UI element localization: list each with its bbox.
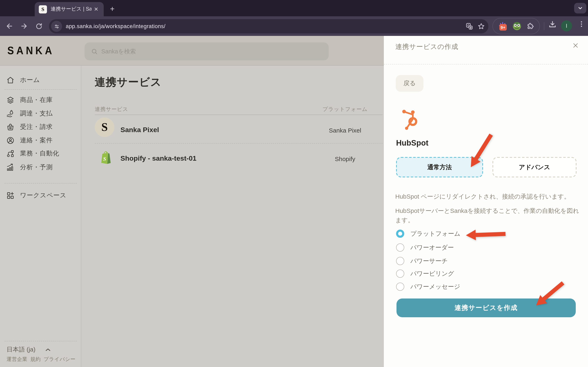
reload-icon[interactable]: [33, 20, 45, 32]
screen: S 連携サービス | Sanka ✕ + app.sanka.io/ja/wor…: [0, 0, 588, 367]
tab-advanced[interactable]: アドバンス: [493, 157, 577, 177]
tab-title: 連携サービス | Sanka: [51, 6, 91, 13]
browser-tab[interactable]: S 連携サービス | Sanka ✕: [35, 2, 104, 16]
browser-tab-strip: S 連携サービス | Sanka ✕ +: [0, 0, 588, 16]
sidebar-item-workflows[interactable]: 業務・自動化: [0, 147, 81, 160]
extensions-pill: 9+: [493, 18, 540, 34]
legal-link-privacy[interactable]: プライバシー: [44, 356, 76, 363]
table-row-service-name[interactable]: Shopify - sanka-test-01: [121, 155, 196, 163]
extensions-puzzle-icon[interactable]: [527, 22, 534, 30]
back-button[interactable]: 戻る: [396, 75, 424, 92]
radio-option-platform[interactable]: プラットフォーム: [396, 227, 460, 240]
browser-toolbar: app.sanka.io/ja/workspace/integrations/ …: [0, 16, 588, 36]
radio-option-power-message[interactable]: パワーメッセージ: [396, 280, 460, 293]
tab-favicon: S: [39, 5, 47, 13]
workflow-icon: [6, 149, 15, 158]
column-header-service: 連携サービス: [95, 106, 128, 113]
sidebar-divider: [4, 183, 77, 184]
sidebar-footer-divider: [4, 341, 77, 341]
sidebar-item-procurement[interactable]: 調達・支払: [0, 107, 81, 120]
radio-icon[interactable]: [396, 257, 404, 265]
toolbar-divider: [544, 22, 544, 30]
chevron-up-icon: [44, 346, 52, 353]
frog-extension-icon[interactable]: [512, 22, 521, 31]
forward-icon[interactable]: [18, 20, 30, 32]
back-icon[interactable]: [3, 20, 16, 32]
main-content: 連携サービス 連携サービス プラットフォーム S Sanka Pixel San…: [81, 66, 384, 367]
tab-close-icon[interactable]: ✕: [94, 6, 98, 12]
sidebar-item-workspace[interactable]: ワークスペース: [0, 189, 81, 202]
svg-text:S: S: [103, 156, 106, 162]
radio-option-power-search[interactable]: パワーサーチ: [396, 254, 448, 267]
hand-coin-icon: [6, 109, 15, 118]
legal-link-terms[interactable]: 規約: [30, 356, 41, 363]
hubspot-logo: [401, 109, 421, 131]
search-input[interactable]: Sankaを検索: [85, 42, 329, 60]
sidebar-item-analytics[interactable]: 分析・予測: [0, 160, 81, 174]
sidebar-item-orders[interactable]: 受注・請求: [0, 120, 81, 133]
extension-badge-icon[interactable]: 9+: [498, 22, 507, 31]
url-bar[interactable]: app.sanka.io/ja/workspace/integrations/ …: [49, 19, 488, 33]
radio-option-power-order[interactable]: パワーオーダー: [396, 241, 454, 254]
chart-icon: [6, 163, 15, 171]
new-tab-button[interactable]: +: [107, 4, 118, 14]
annotation-arrow-platform-radio: [466, 228, 506, 242]
downloads-icon[interactable]: [548, 20, 557, 29]
layers-icon: [6, 96, 15, 104]
tab-search-chevron-icon[interactable]: [574, 3, 586, 13]
page-title: 連携サービス: [95, 75, 162, 89]
home-icon: [6, 76, 15, 84]
integration-name: HubSpot: [396, 139, 428, 148]
panel-header-divider: [384, 64, 588, 64]
language-selector[interactable]: 日本語 (ja): [7, 346, 76, 354]
translate-icon[interactable]: G: [466, 22, 473, 30]
legal-link-company[interactable]: 運営企業: [7, 356, 27, 363]
table-row-divider: [95, 143, 383, 143]
table-header-divider: [95, 115, 383, 115]
site-info-icon[interactable]: [51, 21, 62, 32]
radio-selected-icon[interactable]: [396, 230, 404, 238]
radio-icon[interactable]: [396, 243, 404, 252]
browser-menu-icon[interactable]: [577, 20, 586, 28]
radio-icon[interactable]: [396, 283, 404, 291]
sidebar-item-products[interactable]: 商品・在庫: [0, 93, 81, 107]
column-header-platform: プラットフォーム: [320, 106, 370, 113]
sanka-pixel-avatar: S: [95, 117, 114, 137]
url-text: app.sanka.io/ja/workspace/integrations/: [66, 23, 165, 29]
user-circle-icon: [6, 136, 15, 145]
table-row-service-name[interactable]: Sanka Pixel: [121, 126, 159, 134]
sidebar-item-home[interactable]: ホーム: [0, 73, 81, 87]
workspace-grid-plus-icon: [6, 191, 15, 200]
description-redirect: HubSpot ページにリダイレクトされ、接続の承認を行います。: [395, 192, 584, 201]
create-integration-panel: 連携サービスの作成 戻る HubSpot 通常方法 アドバンス HubSpot …: [384, 36, 588, 367]
basket-icon: [6, 123, 15, 131]
panel-title: 連携サービスの作成: [395, 42, 458, 51]
radio-icon[interactable]: [396, 269, 404, 278]
table-row-platform: Shopify: [316, 155, 374, 162]
search-placeholder: Sankaを検索: [101, 48, 136, 55]
sanka-logo[interactable]: SANKA: [7, 44, 54, 57]
radio-option-power-billing[interactable]: パワービリング: [396, 267, 454, 280]
panel-close-icon[interactable]: [572, 42, 579, 49]
browser-profile-avatar[interactable]: l: [561, 20, 572, 31]
description-connect: HubSpotサーバーとSankaを接続することで、作業の自動化を図れます。: [395, 206, 584, 225]
sidebar-item-contacts[interactable]: 連絡・案件: [0, 133, 81, 147]
shopify-logo: S: [99, 150, 112, 166]
search-icon: [91, 48, 98, 55]
table-row-platform: Sanka Pixel: [316, 127, 374, 134]
bookmark-star-icon[interactable]: [477, 22, 485, 30]
sidebar-divider: [4, 89, 77, 90]
